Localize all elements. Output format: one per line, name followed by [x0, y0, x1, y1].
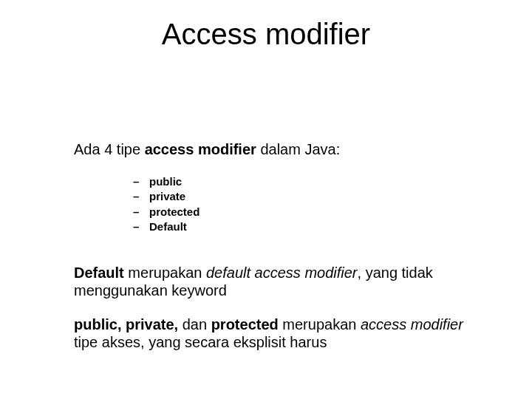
p1-bold: Default: [74, 265, 124, 281]
slide-body: Ada 4 tipe access modifier dalam Java: –…: [74, 140, 488, 367]
p2-t4: merupakan: [282, 316, 361, 332]
slide: Access modifier Ada 4 tipe access modifi…: [0, 0, 532, 399]
p2-t2: dan: [183, 316, 207, 332]
intro-text-pre: Ada 4 tipe: [74, 141, 145, 157]
bullet-dash: –: [133, 205, 149, 219]
p2-bold2: protected: [207, 316, 282, 332]
list-item: – private: [133, 189, 488, 204]
p1-italic: default access modifier: [206, 265, 358, 281]
list-item: – protected: [133, 205, 488, 219]
p2-bold1: public, private,: [74, 316, 183, 332]
list-item: – Default: [133, 219, 488, 234]
list-item-label: Default: [149, 219, 187, 234]
modifier-list: – public – private – protected – Default: [133, 174, 488, 234]
paragraph-default: Default merupakan default access modifie…: [74, 264, 488, 299]
list-item: – public: [133, 174, 488, 189]
paragraph-explicit: public, private, dan protected merupakan…: [74, 316, 488, 351]
p2-italic: access modifier: [361, 316, 463, 332]
bullet-dash: –: [133, 174, 149, 189]
list-item-label: protected: [149, 205, 200, 219]
slide-title: Access modifier: [0, 18, 532, 51]
p1-t2: merupakan: [124, 265, 206, 281]
p2-t6: tipe akses, yang secara eksplisit harus: [74, 334, 327, 350]
intro-text-post: dalam Java:: [256, 141, 340, 157]
list-item-label: private: [149, 189, 185, 204]
bullet-dash: –: [133, 219, 149, 234]
intro-text-bold: access modifier: [145, 141, 256, 157]
intro-line: Ada 4 tipe access modifier dalam Java:: [74, 140, 488, 158]
bullet-dash: –: [133, 189, 149, 204]
list-item-label: public: [149, 174, 182, 189]
